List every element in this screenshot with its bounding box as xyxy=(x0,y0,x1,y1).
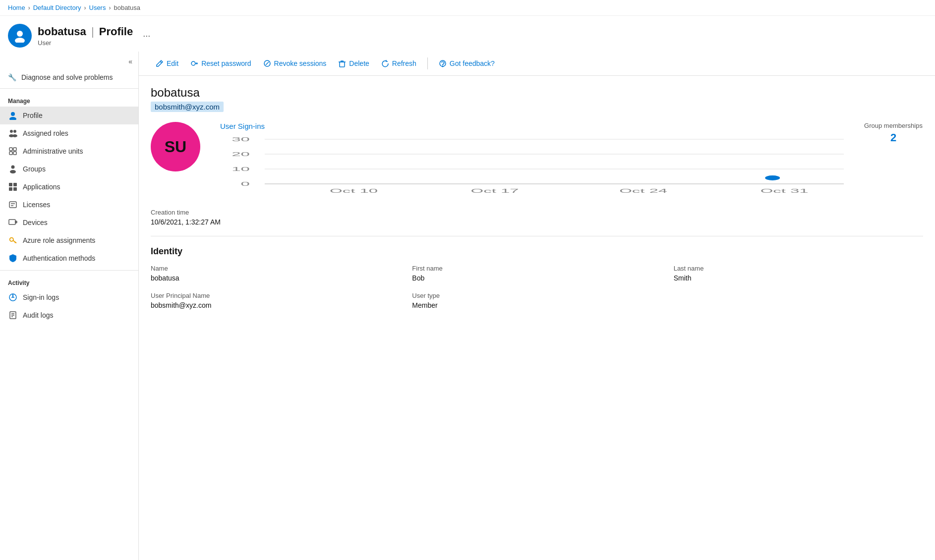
applications-icon xyxy=(8,182,18,192)
chart-area: User Sign-ins 30 20 10 0 xyxy=(220,122,844,199)
group-memberships: Group memberships 2 xyxy=(864,122,923,199)
upn-value: bobsmith@xyz.com xyxy=(151,301,400,309)
identity-field-name: Name bobatusa xyxy=(151,265,400,282)
refresh-button[interactable]: Refresh xyxy=(376,56,421,70)
sidebar-divider-1 xyxy=(0,88,138,89)
svg-text:10: 10 xyxy=(232,166,250,172)
svg-point-12 xyxy=(11,166,15,169)
audit-icon xyxy=(8,310,18,320)
toolbar: Edit Reset password Revoke sessions xyxy=(139,52,935,76)
usertype-value: Member xyxy=(412,301,661,309)
more-options-button[interactable]: ··· xyxy=(139,29,154,43)
profile-icon xyxy=(8,111,18,120)
svg-text:20: 20 xyxy=(232,151,250,157)
wrench-icon: 🔧 xyxy=(8,73,16,81)
sidebar-item-auth-methods[interactable]: Authentication methods xyxy=(0,249,138,267)
sidebar-item-audit-logs[interactable]: Audit logs xyxy=(0,306,138,324)
key-icon xyxy=(8,235,18,245)
svg-text:Oct 31: Oct 31 xyxy=(760,188,809,194)
breadcrumb: Home › Default Directory › Users › bobat… xyxy=(0,0,935,16)
page-subtitle: User xyxy=(38,39,133,47)
breadcrumb-users[interactable]: Users xyxy=(89,4,106,11)
sidebar-item-admin-units[interactable]: Administrative units xyxy=(0,142,138,160)
admin-units-icon xyxy=(8,146,18,156)
user-avatar: SU xyxy=(151,122,200,171)
groups-icon xyxy=(8,164,18,174)
identity-grid: Name bobatusa First name Bob Last name S… xyxy=(151,265,923,309)
svg-rect-9 xyxy=(13,148,16,151)
svg-rect-21 xyxy=(9,220,15,224)
identity-section-title: Identity xyxy=(151,246,923,257)
creation-time-label: Creation time xyxy=(151,209,923,216)
reset-password-button[interactable]: Reset password xyxy=(185,56,256,70)
delete-button[interactable]: Delete xyxy=(333,56,374,70)
svg-rect-26 xyxy=(15,242,16,243)
breadcrumb-current: bobatusa xyxy=(114,4,140,11)
edit-icon xyxy=(156,59,164,67)
sidebar-roles-label: Assigned roles xyxy=(23,129,68,137)
feedback-icon xyxy=(439,59,447,67)
sidebar-item-profile[interactable]: Profile xyxy=(0,107,138,124)
sidebar-diagnose-label: Diagnose and solve problems xyxy=(21,73,113,81)
svg-text:0: 0 xyxy=(241,181,250,187)
user-email: bobsmith@xyz.com xyxy=(151,102,224,112)
sidebar-item-devices[interactable]: Devices xyxy=(0,214,138,231)
page-title: bobatusa | Profile xyxy=(38,25,133,38)
svg-rect-8 xyxy=(9,148,12,151)
identity-field-upn: User Principal Name bobsmith@xyz.com xyxy=(151,292,400,309)
devices-icon xyxy=(8,218,18,227)
lastname-label: Last name xyxy=(674,265,923,272)
breadcrumb-directory[interactable]: Default Directory xyxy=(33,4,81,11)
licenses-icon xyxy=(8,200,18,210)
firstname-label: First name xyxy=(412,265,661,272)
svg-text:Oct 24: Oct 24 xyxy=(619,188,667,194)
sidebar-item-licenses[interactable]: Licenses xyxy=(0,196,138,214)
svg-rect-35 xyxy=(340,62,345,67)
main-content: Edit Reset password Revoke sessions xyxy=(139,52,935,560)
signin-icon xyxy=(8,292,18,302)
sidebar-devices-label: Devices xyxy=(23,219,48,226)
svg-point-0 xyxy=(17,31,23,37)
breadcrumb-home[interactable]: Home xyxy=(8,4,25,11)
stats-row: SU User Sign-ins 30 20 10 0 xyxy=(151,122,923,199)
title-block: bobatusa | Profile User xyxy=(38,25,133,47)
delete-icon xyxy=(338,59,346,67)
chart-container: 30 20 10 0 Oct 10 Oct 17 O xyxy=(220,134,844,199)
content-area: bobatusa bobsmith@xyz.com SU User Sign-i… xyxy=(139,76,935,319)
svg-text:Oct 10: Oct 10 xyxy=(330,188,378,194)
svg-rect-10 xyxy=(9,152,12,155)
group-memberships-value[interactable]: 2 xyxy=(864,131,923,144)
sign-ins-chart: 30 20 10 0 Oct 10 Oct 17 O xyxy=(220,134,844,199)
user-avatar-icon xyxy=(8,24,32,48)
svg-point-32 xyxy=(191,61,195,65)
usertype-label: User type xyxy=(412,292,661,299)
revoke-sessions-button[interactable]: Revoke sessions xyxy=(258,56,332,70)
collapse-button[interactable]: « xyxy=(0,56,138,69)
group-memberships-label: Group memberships xyxy=(864,122,923,129)
shield-icon xyxy=(8,253,18,263)
edit-button[interactable]: Edit xyxy=(151,56,183,70)
sidebar-admin-label: Administrative units xyxy=(23,147,83,155)
feedback-button[interactable]: Got feedback? xyxy=(434,56,500,70)
identity-field-lastname: Last name Smith xyxy=(674,265,923,282)
sidebar-apps-label: Applications xyxy=(23,183,60,191)
svg-line-34 xyxy=(266,62,269,65)
manage-section-label: Manage xyxy=(0,92,138,107)
svg-point-2 xyxy=(11,112,15,116)
toolbar-separator xyxy=(427,57,428,69)
sidebar-item-applications[interactable]: Applications xyxy=(0,178,138,196)
page-header: bobatusa | Profile User ··· xyxy=(0,16,935,52)
key-icon xyxy=(190,59,198,67)
svg-point-38 xyxy=(442,66,443,67)
svg-point-13 xyxy=(10,170,16,173)
sidebar-item-azure-roles[interactable]: Azure role assignments xyxy=(0,231,138,249)
sidebar-item-signin-logs[interactable]: Sign-in logs xyxy=(0,288,138,306)
activity-section-label: Activity xyxy=(0,274,138,288)
name-value: bobatusa xyxy=(151,274,400,282)
svg-rect-18 xyxy=(9,202,16,208)
sidebar-item-groups[interactable]: Groups xyxy=(0,160,138,178)
revoke-icon xyxy=(263,59,271,67)
sidebar-item-assigned-roles[interactable]: Assigned roles xyxy=(0,124,138,142)
sidebar-item-diagnose[interactable]: 🔧 Diagnose and solve problems xyxy=(0,69,138,85)
sidebar-signin-label: Sign-in logs xyxy=(23,293,59,301)
